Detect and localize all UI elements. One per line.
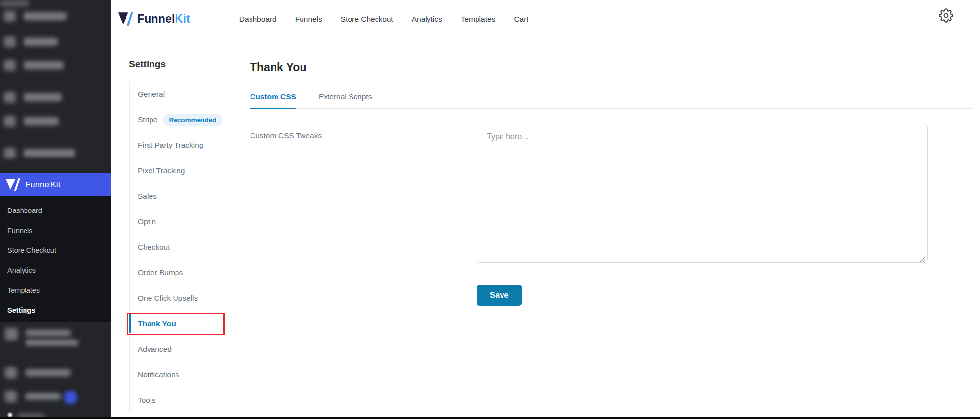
blurred-label <box>24 61 64 69</box>
settings-nav-item-tools[interactable]: Tools <box>130 388 250 413</box>
logo-text-kit: Kit <box>175 12 190 25</box>
settings-gear-button[interactable] <box>937 7 954 24</box>
settings-nav-item-general[interactable]: General <box>130 81 250 107</box>
nav-link-templates[interactable]: Templates <box>461 15 496 24</box>
settings-nav-item-advanced[interactable]: Advanced <box>130 337 250 362</box>
funnelkit-settings-screen: FunnelKit Dashboard Funnels Store Checko… <box>0 0 980 419</box>
header-nav: Dashboard Funnels Store Checkout Analyti… <box>239 15 528 24</box>
sidebar-subitem-store-checkout[interactable]: Store Checkout <box>0 240 111 261</box>
blurred-label <box>24 12 67 20</box>
custom-css-textarea-wrapper <box>477 124 928 265</box>
sidebar-subitem-analytics[interactable]: Analytics <box>0 261 111 281</box>
funnelkit-logo-icon <box>118 12 133 26</box>
settings-nav-item-optin[interactable]: Optin <box>130 209 250 235</box>
sidebar-subitem-templates[interactable]: Templates <box>0 280 111 300</box>
nav-link-analytics[interactable]: Analytics <box>412 15 442 24</box>
settings-nav-item-sales[interactable]: Sales <box>130 183 250 209</box>
nav-item-label: Stripe <box>138 115 158 124</box>
blurred-menu-icon <box>5 328 18 340</box>
blurred-menu-icon <box>4 36 16 47</box>
sidebar-subitem-dashboard[interactable]: Dashboard <box>0 201 111 221</box>
blurred-menu-icon <box>5 391 17 402</box>
blurred-menu-icon <box>4 116 16 127</box>
custom-css-field-row: Custom CSS Tweaks <box>250 124 972 265</box>
sidebar-subitem-funnels[interactable]: Funnels <box>0 221 111 241</box>
top-navbar: FunnelKit Dashboard Funnels Store Checko… <box>111 0 980 38</box>
nav-link-cart[interactable]: Cart <box>514 15 528 24</box>
nav-item-label: Thank You <box>138 319 176 328</box>
nav-link-dashboard[interactable]: Dashboard <box>239 15 276 24</box>
subitem-label: Templates <box>7 287 40 294</box>
nav-link-funnels[interactable]: Funnels <box>295 15 322 24</box>
settings-nav-panel: Settings General StripeRecommended First… <box>111 38 250 417</box>
nav-item-label: General <box>138 90 165 99</box>
blurred-label <box>25 340 78 346</box>
blurred-label <box>0 0 29 7</box>
settings-nav-item-order-bumps[interactable]: Order Bumps <box>130 260 250 286</box>
blurred-label <box>25 369 71 376</box>
resize-handle-icon[interactable] <box>920 256 926 262</box>
subitem-label: Funnels <box>7 227 33 235</box>
notification-badge <box>64 391 77 404</box>
nav-item-label: Optin <box>138 217 156 226</box>
nav-item-label: Tools <box>138 396 155 405</box>
blurred-label <box>25 393 61 400</box>
nav-item-label: Order Bumps <box>138 268 183 277</box>
collapse-menu-icon <box>8 413 12 417</box>
sidebar-item-label: FunnelKit <box>25 180 61 189</box>
settings-nav-item-checkout[interactable]: Checkout <box>130 235 250 260</box>
blurred-menu-icon <box>4 60 16 71</box>
blurred-menu-icon <box>4 92 16 103</box>
subitem-label: Store Checkout <box>7 246 56 254</box>
nav-link-store-checkout[interactable]: Store Checkout <box>341 15 393 24</box>
tab-custom-css[interactable]: Custom CSS <box>250 92 296 109</box>
funnelkit-submenu: Dashboard Funnels Store Checkout Analyti… <box>0 196 111 322</box>
page-title: Thank You <box>250 60 972 75</box>
sidebar-subitem-settings[interactable]: Settings <box>0 300 111 320</box>
settings-nav-item-notifications[interactable]: Notifications <box>130 362 250 388</box>
subitem-label: Dashboard <box>7 207 42 214</box>
save-button[interactable]: Save <box>477 285 522 306</box>
nav-item-label: One Click Upsells <box>138 294 198 303</box>
tab-external-scripts[interactable]: External Scripts <box>319 92 372 108</box>
settings-nav: General StripeRecommended First Party Tr… <box>129 81 250 413</box>
settings-nav-item-one-click-upsells[interactable]: One Click Upsells <box>130 286 250 311</box>
nav-item-label: Checkout <box>138 243 170 252</box>
blurred-label <box>24 38 58 46</box>
nav-item-label: Sales <box>138 192 157 201</box>
nav-item-label: Advanced <box>138 345 172 354</box>
recommended-badge: Recommended <box>163 114 223 126</box>
custom-css-textarea[interactable] <box>477 124 928 263</box>
subitem-label: Settings <box>7 306 35 314</box>
content-area: Settings General StripeRecommended First… <box>111 38 980 417</box>
bottom-border <box>0 417 980 419</box>
settings-nav-item-first-party-tracking[interactable]: First Party Tracking <box>130 132 250 158</box>
blurred-label <box>24 117 59 125</box>
subitem-label: Analytics <box>7 266 36 274</box>
blurred-menu-icon <box>4 148 16 158</box>
save-row: Save <box>250 285 972 306</box>
sidebar-item-funnelkit[interactable]: FunnelKit <box>0 173 111 196</box>
nav-item-label: First Party Tracking <box>138 141 203 150</box>
settings-main-panel: Thank You Custom CSS External Scripts Cu… <box>250 38 980 417</box>
settings-nav-item-thank-you[interactable]: Thank You <box>130 311 250 337</box>
blurred-label <box>24 93 62 101</box>
settings-nav-item-pixel-tracking[interactable]: Pixel Tracking <box>130 158 250 183</box>
logo-wordmark: FunnelKit <box>137 12 190 26</box>
blurred-menu-icon <box>4 11 16 22</box>
nav-item-label: Notifications <box>138 370 179 379</box>
gear-icon <box>939 8 953 23</box>
funnelkit-logo[interactable]: FunnelKit <box>118 12 190 26</box>
nav-item-label: Pixel Tracking <box>138 166 185 175</box>
logo-text-funnel: Funnel <box>137 12 175 25</box>
tab-bar: Custom CSS External Scripts <box>250 92 972 109</box>
custom-css-tweaks-label: Custom CSS Tweaks <box>250 124 477 265</box>
settings-page-title: Settings <box>129 58 250 71</box>
blurred-label <box>24 149 75 157</box>
blurred-menu-icon <box>5 367 17 379</box>
settings-nav-item-stripe[interactable]: StripeRecommended <box>130 107 250 132</box>
blurred-label <box>25 330 71 336</box>
funnelkit-logo-icon <box>5 178 20 191</box>
wordpress-sidebar: FunnelKit Dashboard Funnels Store Checko… <box>0 0 111 419</box>
